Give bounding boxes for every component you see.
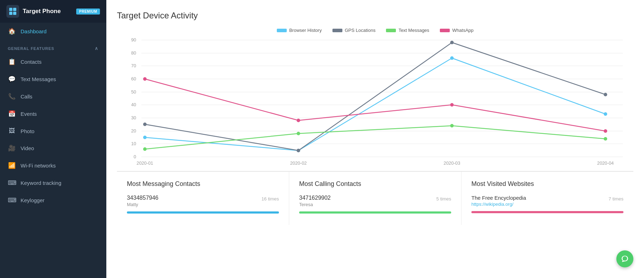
app-title: Target Phone [23,8,73,15]
card-messaging-contacts: Most Messaging Contacts 3434857946 Matty… [117,172,289,225]
calls-icon: 📞 [8,93,16,100]
sidebar-item-label: Wi-Fi networks [21,163,56,169]
cards-row: Most Messaging Contacts 3434857946 Matty… [117,171,633,225]
progress-bar-messaging [127,211,279,214]
sidebar-item-wifi[interactable]: 📶 Wi-Fi networks [0,157,106,174]
card-websites: Most Visited Websites The Free Encyclope… [461,172,633,225]
svg-rect-3 [13,12,16,15]
svg-text:40: 40 [131,102,136,107]
svg-point-31 [604,112,607,116]
progress-bar-container-messaging [127,211,279,214]
video-icon: 🎥 [8,144,16,152]
chart-container: Browser History GPS Locations Text Messa… [117,28,633,171]
sidebar-item-label: Calls [21,93,32,100]
main-content: Target Device Activity Browser History G… [106,0,644,278]
svg-text:2020-02: 2020-02 [290,160,307,166]
svg-point-35 [604,93,607,96]
svg-point-43 [604,129,607,133]
dashboard-icon: 🏠 [8,28,16,35]
sidebar-item-calls[interactable]: 📞 Calls [0,88,106,105]
sidebar-item-events[interactable]: 📅 Events [0,105,106,123]
legend-color-text [386,29,396,32]
contact-row-calling: 3471629902 Teresa 5 times [299,195,451,207]
line-chart: 90 80 70 60 50 40 30 20 10 0 2020-01 202… [117,36,633,168]
progress-bar-website [471,211,623,213]
sidebar-item-keylogger[interactable]: ⌨ Keylogger [0,192,106,209]
contact-name-calling: Teresa [299,202,331,207]
svg-point-42 [450,103,454,107]
svg-point-37 [297,132,300,135]
events-icon: 📅 [8,110,16,118]
chevron-up-icon: ∧ [95,46,99,51]
text-messages-icon: 💬 [8,75,16,83]
svg-rect-2 [9,12,12,15]
svg-text:50: 50 [131,89,136,95]
svg-text:70: 70 [131,63,136,68]
sidebar: Target Phone PREMIUM 🏠 Dashboard GENERAL… [0,0,106,278]
keylogger-icon: ⌨ [8,197,16,204]
website-entry: The Free Encyclopedia https://wikipedia.… [471,195,623,213]
svg-rect-0 [9,8,12,11]
legend-label-text: Text Messages [398,28,429,33]
svg-text:60: 60 [131,76,136,81]
photo-icon: 🖼 [8,127,16,135]
legend-gps: GPS Locations [332,28,376,33]
wifi-icon: 📶 [8,162,16,169]
progress-bar-container-calling [299,211,451,214]
contact-entry-messaging: 3434857946 Matty 16 times [127,195,279,214]
sidebar-item-label: Keylogger [21,197,45,203]
contact-number-messaging: 3434857946 [127,195,158,201]
chart-svg: 90 80 70 60 50 40 30 20 10 0 2020-01 202… [117,36,633,168]
sidebar-item-label: Keyword tracking [21,180,61,186]
card-calling-title: Most Calling Contacts [299,180,451,188]
svg-point-36 [143,147,147,151]
contact-entry-calling: 3471629902 Teresa 5 times [299,195,451,214]
legend-text-messages: Text Messages [386,28,429,33]
sidebar-header: Target Phone PREMIUM [0,0,106,23]
card-calling-contacts: Most Calling Contacts 3471629902 Teresa … [289,172,461,225]
sidebar-item-keyword[interactable]: ⌨ Keyword tracking [0,174,106,192]
sidebar-item-photo[interactable]: 🖼 Photo [0,123,106,140]
legend-label-browser: Browser History [289,28,322,33]
progress-bar-container-website [471,211,623,213]
website-times: 7 times [609,196,623,202]
svg-text:80: 80 [131,50,136,56]
svg-point-38 [450,124,454,127]
sidebar-item-text-messages[interactable]: 💬 Text Messages [0,70,106,88]
sidebar-item-contacts[interactable]: 📋 Contacts [0,53,106,70]
svg-text:20: 20 [131,128,136,134]
sidebar-item-label: Photo [21,128,34,134]
svg-text:0: 0 [134,154,136,159]
website-url[interactable]: https://wikipedia.org/ [471,202,526,207]
svg-text:30: 30 [131,115,136,120]
svg-text:2020-03: 2020-03 [444,160,460,166]
sidebar-item-label: Contacts [21,59,41,65]
contact-row-messaging: 3434857946 Matty 16 times [127,195,279,207]
card-messaging-title: Most Messaging Contacts [127,180,279,188]
svg-point-28 [143,136,147,139]
logo-icon [6,5,19,18]
legend-browser-history: Browser History [277,28,322,33]
svg-point-41 [297,119,300,122]
svg-point-32 [143,123,147,126]
page-title: Target Device Activity [117,11,633,21]
chat-button[interactable] [616,250,633,267]
sidebar-item-dashboard[interactable]: 🏠 Dashboard [0,23,106,40]
svg-point-34 [450,41,454,44]
sidebar-item-label: Video [21,145,34,151]
svg-text:2020-01: 2020-01 [136,160,153,166]
contact-times-messaging: 16 times [262,196,279,202]
website-name: The Free Encyclopedia [471,195,526,201]
svg-text:90: 90 [131,37,136,42]
section-general-features: GENERAL FEATURES ∧ [0,40,106,53]
sidebar-item-video[interactable]: 🎥 Video [0,140,106,157]
svg-point-33 [297,149,300,152]
svg-point-30 [450,56,454,60]
svg-text:10: 10 [131,141,136,146]
contact-number-calling: 3471629902 [299,195,331,201]
sidebar-item-label: Text Messages [21,76,56,82]
legend-color-browser [277,29,287,32]
contact-name-messaging: Matty [127,202,158,207]
legend-label-whatsapp: WhatsApp [452,28,474,33]
chart-legend: Browser History GPS Locations Text Messa… [117,28,633,33]
